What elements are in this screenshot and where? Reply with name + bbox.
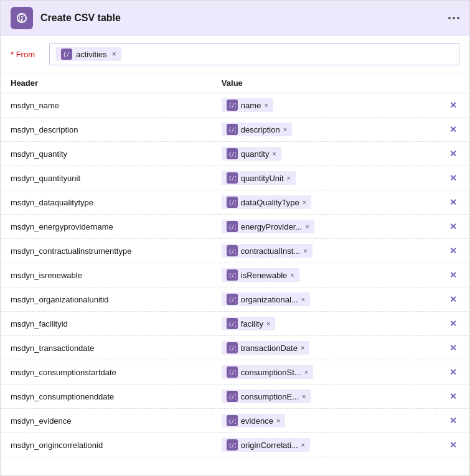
delete-cell: ✕ bbox=[436, 433, 469, 457]
value-tag-close[interactable]: × bbox=[304, 368, 308, 376]
value-tag: {/}consumptionE...× bbox=[222, 390, 311, 403]
value-cell: {/}quantityUnit× bbox=[212, 166, 436, 190]
delete-cell: ✕ bbox=[436, 336, 469, 360]
delete-cell: ✕ bbox=[436, 385, 469, 409]
activities-tag-text: activities bbox=[76, 50, 107, 59]
dynamic-content-icon: {/} bbox=[227, 342, 238, 353]
value-tag-text: facility bbox=[241, 319, 263, 329]
delete-cell: ✕ bbox=[436, 166, 469, 190]
value-tag: {/}originCorrelati...× bbox=[222, 438, 310, 452]
value-tag-close[interactable]: × bbox=[264, 101, 268, 109]
table-container: Header Value msdyn_name{/}name×✕msdyn_de… bbox=[1, 73, 469, 475]
page-title: Create CSV table bbox=[40, 12, 448, 24]
svg-text:{/}: {/} bbox=[228, 394, 236, 400]
value-tag-text: isRenewable bbox=[241, 271, 287, 280]
delete-row-button[interactable]: ✕ bbox=[449, 173, 457, 183]
value-tag-text: organizational... bbox=[241, 295, 298, 304]
table-row: msdyn_energyprovidername{/}energyProvide… bbox=[1, 215, 469, 239]
value-tag: {/}name× bbox=[222, 98, 273, 112]
dynamic-content-icon: {/} bbox=[227, 439, 238, 450]
value-tag-text: originCorrelati... bbox=[241, 441, 298, 450]
delete-row-button[interactable]: ✕ bbox=[449, 246, 457, 256]
svg-text:{/}: {/} bbox=[228, 152, 236, 157]
table-row: msdyn_contractualinstrumenttype{/}contra… bbox=[1, 239, 469, 263]
value-tag-text: consumptionSt... bbox=[241, 368, 301, 377]
header-cell: msdyn_consumptionenddate bbox=[1, 385, 212, 409]
value-column-label: Value bbox=[212, 73, 436, 93]
delete-row-button[interactable]: ✕ bbox=[449, 124, 457, 134]
value-tag-close[interactable]: × bbox=[272, 150, 276, 157]
value-tag-close[interactable]: × bbox=[301, 344, 304, 352]
table-row: msdyn_dataqualitytype{/}dataQualityType×… bbox=[1, 190, 469, 215]
delete-row-button[interactable]: ✕ bbox=[449, 440, 457, 450]
delete-row-button[interactable]: ✕ bbox=[449, 270, 457, 280]
value-cell: {/}isRenewable× bbox=[212, 263, 436, 287]
delete-row-button[interactable]: ✕ bbox=[449, 416, 457, 426]
value-tag-text: contractualInst... bbox=[241, 246, 300, 256]
delete-cell: ✕ bbox=[436, 118, 469, 142]
value-cell: {/}description× bbox=[212, 118, 436, 142]
value-tag-close[interactable]: × bbox=[266, 320, 270, 327]
header-cell: msdyn_evidence bbox=[1, 409, 212, 433]
value-tag-close[interactable]: × bbox=[303, 247, 307, 254]
value-tag-close[interactable]: × bbox=[305, 223, 309, 230]
value-cell: {/}originCorrelati...× bbox=[212, 433, 436, 457]
value-tag: {/}contractualInst...× bbox=[222, 244, 313, 258]
value-tag-close[interactable]: × bbox=[303, 198, 306, 206]
svg-text:{/}: {/} bbox=[228, 297, 236, 303]
header-cell: msdyn_isrenewable bbox=[1, 263, 212, 287]
value-cell: {/}consumptionSt...× bbox=[212, 360, 436, 385]
app-container: {/} Create CSV table From {/} activities… bbox=[0, 0, 470, 476]
svg-text:{/}: {/} bbox=[228, 443, 236, 449]
delete-row-button[interactable]: ✕ bbox=[449, 391, 457, 401]
delete-row-button[interactable]: ✕ bbox=[449, 343, 457, 353]
svg-text:{/}: {/} bbox=[228, 200, 236, 206]
value-tag-close[interactable]: × bbox=[302, 393, 306, 400]
delete-cell: ✕ bbox=[436, 215, 469, 239]
value-tag-close[interactable]: × bbox=[290, 271, 294, 279]
delete-cell: ✕ bbox=[436, 263, 469, 287]
header: {/} Create CSV table bbox=[1, 1, 469, 35]
table-row: msdyn_isrenewable{/}isRenewable×✕ bbox=[1, 263, 469, 287]
value-tag-text: description bbox=[241, 125, 280, 134]
delete-row-button[interactable]: ✕ bbox=[449, 222, 457, 231]
value-tag-text: evidence bbox=[241, 416, 273, 426]
from-input[interactable]: {/} activities × bbox=[49, 43, 459, 65]
delete-row-button[interactable]: ✕ bbox=[449, 367, 457, 377]
table-row: msdyn_consumptionenddate{/}consumptionE.… bbox=[1, 385, 469, 409]
dynamic-content-icon: {/} bbox=[227, 415, 238, 426]
value-tag: {/}quantityUnit× bbox=[222, 171, 296, 185]
value-cell: {/}facility× bbox=[212, 312, 436, 336]
table-row: msdyn_name{/}name×✕ bbox=[1, 93, 469, 118]
dynamic-content-icon: {/} bbox=[227, 366, 238, 378]
value-tag-close[interactable]: × bbox=[287, 174, 291, 182]
delete-row-button[interactable]: ✕ bbox=[449, 197, 457, 207]
table-row: msdyn_description{/}description×✕ bbox=[1, 118, 469, 142]
more-options-button[interactable] bbox=[448, 17, 459, 19]
value-tag: {/}facility× bbox=[222, 317, 276, 330]
value-tag-text: dataQualityType bbox=[241, 198, 299, 207]
delete-cell: ✕ bbox=[436, 287, 469, 312]
value-tag: {/}transactionDate× bbox=[222, 341, 310, 355]
value-tag-close[interactable]: × bbox=[301, 441, 305, 449]
delete-cell: ✕ bbox=[436, 93, 469, 118]
value-tag: {/}dataQualityType× bbox=[222, 195, 311, 209]
header-cell: msdyn_quantityunit bbox=[1, 166, 212, 190]
svg-text:{/}: {/} bbox=[228, 176, 236, 182]
header-cell: msdyn_quantity bbox=[1, 142, 212, 166]
value-tag-close[interactable]: × bbox=[276, 417, 280, 424]
delete-row-button[interactable]: ✕ bbox=[449, 294, 457, 304]
value-cell: {/}consumptionE...× bbox=[212, 385, 436, 409]
value-tag-close[interactable]: × bbox=[301, 296, 305, 303]
table-row: msdyn_quantityunit{/}quantityUnit×✕ bbox=[1, 166, 469, 190]
delete-row-button[interactable]: ✕ bbox=[449, 319, 457, 329]
activities-tag-close[interactable]: × bbox=[112, 50, 116, 58]
value-cell: {/}name× bbox=[212, 93, 436, 118]
value-tag-close[interactable]: × bbox=[283, 126, 287, 133]
dynamic-content-icon: {/} bbox=[227, 124, 238, 135]
header-column-label: Header bbox=[1, 73, 212, 93]
delete-cell: ✕ bbox=[436, 409, 469, 433]
delete-row-button[interactable]: ✕ bbox=[449, 149, 457, 159]
delete-row-button[interactable]: ✕ bbox=[449, 100, 457, 110]
value-cell: {/}quantity× bbox=[212, 142, 436, 166]
